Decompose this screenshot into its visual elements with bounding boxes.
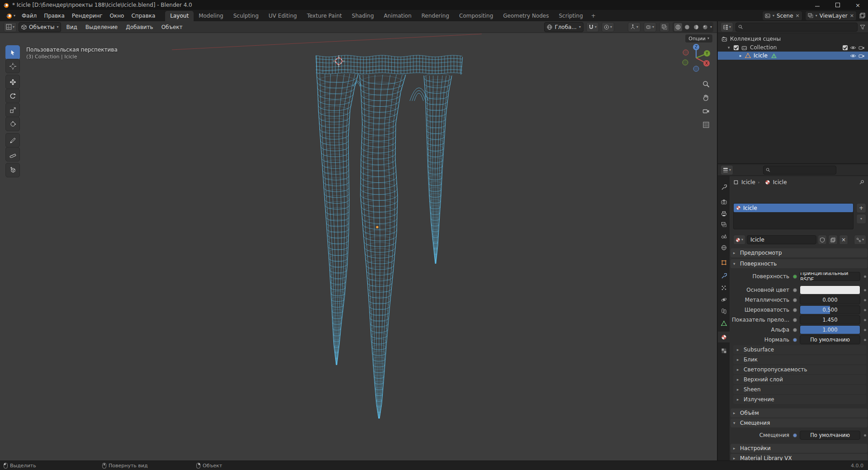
expand-arrow-icon[interactable]: ▸ xyxy=(740,53,744,58)
fake-user-button[interactable] xyxy=(818,235,827,245)
tool-rotate[interactable] xyxy=(5,89,20,103)
tab-modifiers[interactable] xyxy=(718,271,730,281)
proportional-edit-toggle[interactable]: ▾ xyxy=(602,22,614,32)
slot-specials-button[interactable]: ▾ xyxy=(856,214,866,224)
decorator-icon[interactable] xyxy=(864,339,866,341)
tab-texture-paint[interactable]: Texture Paint xyxy=(302,11,346,21)
tab-view-layer[interactable] xyxy=(718,219,730,230)
view-layer-selector[interactable]: ▾ ViewLayer × xyxy=(805,11,857,21)
menu-help[interactable]: Справка xyxy=(128,11,159,20)
tool-measure[interactable] xyxy=(5,147,20,161)
decorator-icon[interactable] xyxy=(864,275,866,278)
tab-particles[interactable] xyxy=(718,282,730,293)
close-button[interactable]: × xyxy=(848,0,868,10)
blender-menu-button[interactable]: ▾ xyxy=(3,12,18,19)
normal-menu[interactable]: По умолчанию xyxy=(800,335,860,344)
base-color-swatch[interactable] xyxy=(800,285,860,294)
eye-icon[interactable] xyxy=(850,53,856,58)
outliner-row-scene-collection[interactable]: Коллекция сцены xyxy=(718,35,868,43)
decorator-icon[interactable] xyxy=(864,319,866,321)
decorator-icon[interactable] xyxy=(864,309,866,311)
unlink-material-button[interactable]: × xyxy=(839,235,848,245)
exclude-checkbox[interactable] xyxy=(843,45,848,50)
eye-icon[interactable] xyxy=(850,45,856,50)
tool-add-cube[interactable] xyxy=(5,163,20,177)
ortho-toggle-icon[interactable] xyxy=(701,120,711,130)
zoom-icon[interactable] xyxy=(701,79,711,89)
menu-window[interactable]: Окно xyxy=(106,11,128,20)
tab-texture[interactable] xyxy=(718,345,730,356)
alpha-slider[interactable]: 1.000 xyxy=(800,325,860,334)
tab-compositing[interactable]: Compositing xyxy=(454,11,498,21)
show-gizmo-toggle[interactable]: ▾ xyxy=(628,22,640,32)
tab-uv-editing[interactable]: UV Editing xyxy=(264,11,302,21)
tab-physics[interactable] xyxy=(718,294,730,305)
subpanel-sheen[interactable]: ▸Sheen xyxy=(733,385,866,394)
decorator-icon[interactable] xyxy=(864,434,866,437)
menu-object[interactable]: Объект xyxy=(158,23,186,32)
gizmo-z-neg-axis[interactable] xyxy=(693,66,699,71)
breadcrumb-object[interactable]: Icicle xyxy=(741,179,755,185)
tool-cursor[interactable] xyxy=(5,59,20,73)
viewport-canvas[interactable] xyxy=(0,33,717,461)
panel-preview[interactable]: ▸Предпросмотр xyxy=(730,248,868,257)
gizmo-x-neg-axis[interactable] xyxy=(683,50,688,55)
outliner-search-input[interactable] xyxy=(745,24,855,30)
shading-solid-button[interactable] xyxy=(683,23,691,31)
menu-view[interactable]: Вид xyxy=(63,23,80,32)
tab-world[interactable] xyxy=(718,242,730,253)
add-workspace-button[interactable]: + xyxy=(588,11,599,21)
gizmo-y-neg-axis[interactable] xyxy=(683,60,688,65)
menu-render[interactable]: Рендеринг xyxy=(68,11,106,20)
metallic-slider[interactable]: 0.000 xyxy=(800,295,860,304)
surface-shader-menu[interactable]: Принципиальный BSDF xyxy=(800,272,860,281)
tool-annotate[interactable] xyxy=(5,133,20,147)
outliner-row-icicle[interactable]: ▸ Icicle xyxy=(718,52,868,60)
camera-view-icon[interactable] xyxy=(701,106,711,116)
menu-file[interactable]: Файл xyxy=(18,11,40,20)
tool-select-box[interactable] xyxy=(5,45,20,60)
subpanel-subsurface[interactable]: ▸Subsurface xyxy=(733,345,866,354)
tab-render[interactable] xyxy=(718,196,730,207)
pin-icon[interactable] xyxy=(859,180,864,185)
subpanel-coat[interactable]: ▸Верхний слой xyxy=(733,375,866,384)
tab-scripting[interactable]: Scripting xyxy=(554,11,588,21)
expand-arrow-icon[interactable]: ▾ xyxy=(728,45,732,50)
editor-type-button[interactable]: ▾ xyxy=(4,22,17,32)
tab-material[interactable] xyxy=(718,332,730,342)
tab-modeling[interactable]: Modeling xyxy=(194,11,228,21)
camera-icon[interactable] xyxy=(859,53,864,58)
panel-displacement[interactable]: ▾Смещения xyxy=(730,418,868,427)
tab-constraints[interactable] xyxy=(718,305,730,316)
transform-orientation-selector[interactable]: Глоба... ▾ xyxy=(544,22,583,32)
subpanel-emission[interactable]: ▸Излучение xyxy=(733,395,866,404)
material-slot-active[interactable]: Icicle xyxy=(734,204,853,212)
camera-icon[interactable] xyxy=(859,45,864,50)
ior-field[interactable]: 1.450 xyxy=(800,315,860,324)
tab-layout[interactable]: Layout xyxy=(165,11,194,21)
show-overlays-toggle[interactable]: ▾ xyxy=(644,22,656,32)
tool-move[interactable] xyxy=(5,75,20,89)
snap-toggle[interactable]: ▾ xyxy=(586,22,599,32)
menu-select[interactable]: Выделение xyxy=(82,23,121,32)
shading-rendered-button[interactable] xyxy=(701,23,709,31)
properties-search[interactable] xyxy=(763,166,836,175)
properties-search-input[interactable] xyxy=(772,166,834,173)
properties-editor-type-button[interactable]: ▾ xyxy=(721,165,733,175)
tab-sculpting[interactable]: Sculpting xyxy=(228,11,264,21)
filter-icon[interactable] xyxy=(860,24,865,30)
breadcrumb-material[interactable]: Icicle xyxy=(773,179,787,185)
decorator-icon[interactable] xyxy=(864,289,866,291)
unlink-scene-icon[interactable]: × xyxy=(796,13,800,19)
pan-hand-icon[interactable] xyxy=(701,93,711,103)
mode-selector[interactable]: Объекты ▾ xyxy=(19,22,61,32)
tab-tool[interactable] xyxy=(718,182,730,193)
displacement-menu[interactable]: По умолчанию xyxy=(800,431,860,440)
shading-wireframe-button[interactable] xyxy=(674,23,682,31)
tab-shading[interactable]: Shading xyxy=(347,11,379,21)
decorator-icon[interactable] xyxy=(864,329,866,331)
tab-rendering[interactable]: Rendering xyxy=(417,11,454,21)
scene-selector[interactable]: ▾ Scene × xyxy=(762,11,802,21)
roughness-slider[interactable]: 0.500 xyxy=(800,305,860,314)
panel-settings[interactable]: ▸Настройки xyxy=(730,444,868,453)
